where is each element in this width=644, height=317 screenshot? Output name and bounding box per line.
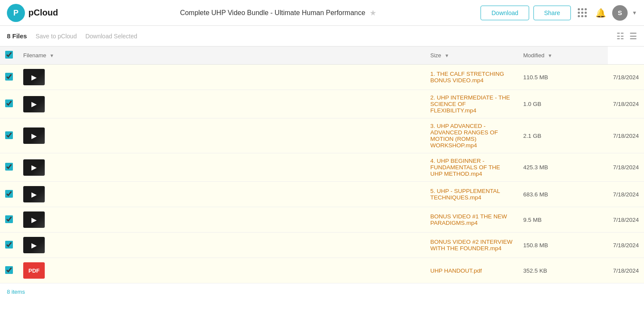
items-count: 8 items <box>7 289 25 295</box>
row-checkbox[interactable] <box>5 163 13 171</box>
row-checkbox[interactable] <box>5 215 13 223</box>
toolbar: 8 Files Save to pCloud Download Selected… <box>0 26 644 47</box>
row-size: 683.6 MB <box>518 182 608 207</box>
download-button[interactable]: Download <box>481 6 529 20</box>
table-row: ▶3. UHP ADVANCED - ADVANCED RANGES OF MO… <box>0 118 644 153</box>
row-checkbox[interactable] <box>5 266 13 274</box>
size-column-header[interactable]: Size ▼ <box>425 47 518 65</box>
table-row: ▶BONUS VIDEO #2 INTERVIEW WITH THE FOUND… <box>0 233 644 258</box>
row-checkbox-cell <box>0 153 18 182</box>
play-icon: ▶ <box>31 216 37 224</box>
table-header: Filename ▼ Size ▼ Modified ▼ <box>0 47 644 65</box>
toolbar-right: ☷ ☰ <box>616 31 637 41</box>
header-title-area: Complete UHP Video Bundle - Ultimate Hum… <box>76 8 481 18</box>
table-row: ▶1. THE CALF STRETCHING BONUS VIDEO.mp41… <box>0 65 644 90</box>
video-thumbnail: ▶ <box>23 127 45 144</box>
file-table: Filename ▼ Size ▼ Modified ▼ ▶1. THE CAL… <box>0 47 644 283</box>
row-filename[interactable]: BONUS VIDEO #2 INTERVIEW WITH THE FOUNDE… <box>425 233 518 258</box>
play-icon: ▶ <box>31 100 37 108</box>
header-actions: Download Share 🔔 S ▼ <box>481 5 637 21</box>
row-size: 1.0 GB <box>518 90 608 118</box>
row-filename[interactable]: 4. UHP BEGINNER - FUNDAMENTALS OF THE UH… <box>425 153 518 182</box>
video-thumbnail: ▶ <box>23 211 45 228</box>
table-row: ▶2. UHP INTERMEDIATE - THE SCIENCE OF FL… <box>0 90 644 118</box>
row-modified: 7/18/2024 <box>608 118 644 153</box>
avatar[interactable]: S <box>612 5 628 21</box>
table-row: ▶5. UHP - SUPPLEMENTAL TECHNIQUES.mp4683… <box>0 182 644 207</box>
page-title: Complete UHP Video Bundle - Ultimate Hum… <box>180 9 365 17</box>
apps-grid-icon[interactable] <box>578 8 587 17</box>
pdf-thumbnail: PDF <box>23 262 45 279</box>
row-modified: 7/18/2024 <box>608 90 644 118</box>
row-thumbnail-cell: ▶ <box>18 233 425 258</box>
row-modified: 7/18/2024 <box>608 233 644 258</box>
svg-text:P: P <box>13 9 18 17</box>
modified-column-header[interactable]: Modified ▼ <box>518 47 608 65</box>
row-size: 110.5 MB <box>518 65 608 90</box>
sort-icon[interactable]: ☰ <box>629 31 637 41</box>
save-to-pcloud-button[interactable]: Save to pCloud <box>36 33 77 40</box>
grid-view-icon[interactable]: ☷ <box>616 31 624 41</box>
size-sort-arrow: ▼ <box>444 53 449 58</box>
row-checkbox[interactable] <box>5 131 13 139</box>
row-filename[interactable]: 1. THE CALF STRETCHING BONUS VIDEO.mp4 <box>425 65 518 90</box>
file-table-body: ▶1. THE CALF STRETCHING BONUS VIDEO.mp41… <box>0 65 644 283</box>
notification-bell-icon[interactable]: 🔔 <box>595 8 606 18</box>
video-thumbnail: ▶ <box>23 186 45 202</box>
play-icon: ▶ <box>31 190 37 199</box>
row-modified: 7/18/2024 <box>608 182 644 207</box>
row-checkbox-cell <box>0 118 18 153</box>
row-filename[interactable]: 2. UHP INTERMEDIATE - THE SCIENCE OF FLE… <box>425 90 518 118</box>
row-modified: 7/18/2024 <box>608 258 644 283</box>
row-size: 150.8 MB <box>518 233 608 258</box>
share-button[interactable]: Share <box>533 6 571 20</box>
modified-sort-arrow: ▼ <box>548 53 552 58</box>
row-modified: 7/18/2024 <box>608 207 644 233</box>
star-icon[interactable]: ★ <box>370 8 376 18</box>
row-size: 9.5 MB <box>518 207 608 233</box>
header-checkbox-cell <box>0 47 18 65</box>
logo-text: pCloud <box>28 8 58 18</box>
row-checkbox-cell <box>0 258 18 283</box>
video-thumbnail: ▶ <box>23 159 45 176</box>
row-filename[interactable]: BONUS VIDEO #1 THE NEW PARADIGMS.mp4 <box>425 207 518 233</box>
play-icon: ▶ <box>31 241 37 249</box>
video-thumbnail: ▶ <box>23 69 45 85</box>
row-filename[interactable]: UHP HANDOUT.pdf <box>425 258 518 283</box>
row-filename[interactable]: 5. UHP - SUPPLEMENTAL TECHNIQUES.mp4 <box>425 182 518 207</box>
row-modified: 7/18/2024 <box>608 65 644 90</box>
play-icon: ▶ <box>31 163 37 171</box>
row-checkbox[interactable] <box>5 99 13 107</box>
play-icon: ▶ <box>31 132 37 140</box>
row-thumbnail-cell: PDF <box>18 258 425 283</box>
row-thumbnail-cell: ▶ <box>18 90 425 118</box>
table-row: ▶4. UHP BEGINNER - FUNDAMENTALS OF THE U… <box>0 153 644 182</box>
select-all-checkbox[interactable] <box>5 51 13 59</box>
avatar-dropdown-icon[interactable]: ▼ <box>632 10 637 16</box>
row-checkbox-cell <box>0 233 18 258</box>
row-thumbnail-cell: ▶ <box>18 65 425 90</box>
row-modified: 7/18/2024 <box>608 153 644 182</box>
video-thumbnail: ▶ <box>23 237 45 253</box>
header: P pCloud Complete UHP Video Bundle - Ult… <box>0 0 644 26</box>
row-checkbox[interactable] <box>5 190 13 198</box>
download-selected-button[interactable]: Download Selected <box>85 33 137 40</box>
filename-column-header[interactable]: Filename ▼ <box>18 47 425 65</box>
row-filename[interactable]: 3. UHP ADVANCED - ADVANCED RANGES OF MOT… <box>425 118 518 153</box>
row-checkbox[interactable] <box>5 241 13 249</box>
row-checkbox-cell <box>0 182 18 207</box>
row-thumbnail-cell: ▶ <box>18 153 425 182</box>
video-thumbnail: ▶ <box>23 96 45 112</box>
row-checkbox-cell <box>0 90 18 118</box>
row-size: 352.5 KB <box>518 258 608 283</box>
filename-sort-arrow: ▼ <box>49 53 54 58</box>
footer: 8 items <box>0 283 644 300</box>
table-row: PDFUHP HANDOUT.pdf352.5 KB7/18/2024 <box>0 258 644 283</box>
row-checkbox-cell <box>0 207 18 233</box>
pcloud-logo-icon: P <box>7 4 25 22</box>
row-size: 425.3 MB <box>518 153 608 182</box>
table-row: ▶BONUS VIDEO #1 THE NEW PARADIGMS.mp49.5… <box>0 207 644 233</box>
row-checkbox-cell <box>0 65 18 90</box>
row-size: 2.1 GB <box>518 118 608 153</box>
row-checkbox[interactable] <box>5 73 13 81</box>
